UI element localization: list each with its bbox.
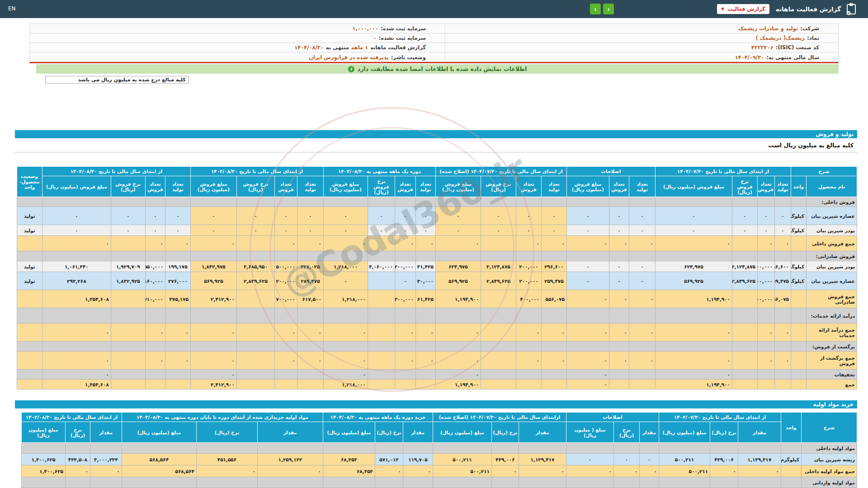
table-subtitle: کلیه مبالغ به میلیون ریال است bbox=[15, 138, 857, 153]
header-cell: مبلغ فروش (میلیون ریال) bbox=[190, 176, 236, 197]
value-cell bbox=[732, 290, 758, 308]
language-toggle-en[interactable]: EN bbox=[8, 5, 16, 12]
unit-cell: کیلوگرم bbox=[791, 272, 807, 290]
value-cell bbox=[403, 477, 433, 488]
prev-report-button[interactable]: ‹ bbox=[603, 4, 614, 14]
value-cell: ۲۹۶,۶۰۰ bbox=[775, 261, 791, 272]
row-label-cell: جمع برگشت از فروش bbox=[807, 352, 857, 370]
info-value: ۱۴۰۴/۰۹/۳۰ bbox=[735, 54, 764, 61]
raw-materials-section: شرحواحداز ابتدای سال مالی تا تاریخ ۱۴۰۴/… bbox=[15, 412, 857, 488]
value-cell bbox=[481, 236, 516, 251]
page: { "topbar": { "en": "EN", "title": "گزار… bbox=[0, 0, 868, 488]
value-cell: ۰ bbox=[541, 225, 566, 236]
value-cell bbox=[481, 251, 516, 261]
header-cell: تعداد تولید bbox=[629, 176, 655, 197]
value-cell: ۰ bbox=[516, 207, 541, 225]
value-cell bbox=[738, 477, 781, 488]
info-label: شرکت: bbox=[800, 25, 819, 32]
unit-cell bbox=[781, 477, 802, 488]
value-cell: ۰ bbox=[297, 324, 323, 342]
value-cell bbox=[165, 342, 190, 352]
value-cell bbox=[609, 197, 629, 207]
production-sales-table: شرحاز ابتدای سال مالی تا تاریخ ۱۴۰۴/۰۷/۳… bbox=[17, 166, 857, 389]
row-label-cell: پودر شیرین بیان bbox=[807, 261, 857, 272]
value-cell: ۰ bbox=[190, 370, 236, 380]
value-cell: ۳۰,۰۰۰ bbox=[415, 272, 435, 290]
value-cell: ۲۸۹,۴۷۵ bbox=[297, 272, 323, 290]
unit-cell bbox=[791, 352, 807, 370]
header-cell: مبلغ ( میلیون ریال) bbox=[566, 422, 613, 443]
header-cell: تعداد تولید bbox=[415, 176, 435, 197]
value-cell bbox=[111, 352, 145, 370]
row-label-cell: جمع درآمد ارائه خدمات bbox=[807, 324, 857, 342]
header-cell: مبلغ (میلیون ریال) bbox=[21, 422, 65, 443]
dropdown-label: گزارش فعالیت bbox=[727, 6, 765, 12]
table-row: درآمد ارائه خدمات: bbox=[17, 308, 857, 324]
value-cell: ۰ bbox=[566, 454, 613, 465]
value-cell bbox=[541, 197, 566, 207]
value-cell: ۰ bbox=[629, 352, 655, 370]
value-cell: ۵۵۶,۰۷۵ bbox=[541, 290, 566, 308]
value-cell bbox=[732, 380, 758, 389]
value-cell bbox=[274, 308, 297, 324]
header-cell: نرخ (ریال) bbox=[710, 422, 738, 443]
report-nav: ‹ › bbox=[590, 4, 614, 14]
header-cell: مقدار bbox=[640, 422, 659, 443]
clipboard-report-icon bbox=[845, 3, 857, 15]
value-cell bbox=[614, 443, 640, 454]
value-cell bbox=[775, 251, 791, 261]
value-cell bbox=[732, 197, 758, 207]
unit-cell bbox=[791, 308, 807, 324]
value-cell bbox=[111, 342, 145, 352]
value-cell: ۱,۳۰۰,۶۲۵ bbox=[21, 454, 65, 465]
value-cell bbox=[491, 477, 519, 488]
value-cell: ۰ bbox=[415, 324, 435, 342]
value-cell: ۰ bbox=[297, 207, 323, 225]
value-cell bbox=[111, 236, 145, 251]
value-cell: ۰ bbox=[375, 465, 403, 477]
value-cell bbox=[368, 352, 395, 370]
info-row: سال مالی منتهی به:۱۴۰۴/۰۹/۳۰ bbox=[445, 52, 838, 62]
value-cell: ۰ bbox=[629, 290, 655, 308]
value-cell: ۰ bbox=[236, 207, 274, 225]
value-cell: ۰ bbox=[566, 225, 609, 236]
value-cell: ۵۰۰,۲۱۱ bbox=[433, 454, 491, 465]
value-cell: ۰ bbox=[190, 207, 236, 225]
unit-cell bbox=[791, 342, 807, 352]
value-cell: ۰ bbox=[566, 370, 609, 380]
value-cell: ۰ bbox=[566, 324, 609, 342]
table-row: جمع درآمد ارائه خدمات۰۰۰۰۰۰۰۰۰۰۰۰۰۰۰۰۰۰ bbox=[17, 324, 857, 342]
value-cell: ۰ bbox=[323, 370, 368, 380]
value-cell bbox=[566, 251, 609, 261]
value-cell: ۴۳۹,۰۰۶ bbox=[710, 454, 738, 465]
value-cell: ۰ bbox=[519, 465, 566, 477]
unit-cell bbox=[791, 290, 807, 308]
value-cell bbox=[323, 443, 375, 454]
row-label-cell: تخفیفات bbox=[807, 370, 857, 380]
value-cell bbox=[236, 342, 274, 352]
value-cell bbox=[541, 380, 566, 389]
value-cell: ۲,۸۴۹,۶۲۵ bbox=[732, 272, 758, 290]
value-cell bbox=[165, 251, 190, 261]
value-cell: ۶۱,۴۲۵ bbox=[415, 290, 435, 308]
banner-text: اطلاعات نمایش داده شده با اطلاعات امضا ش… bbox=[358, 66, 527, 72]
header-cell: مبلغ (میلیون ریال) bbox=[323, 422, 375, 443]
value-cell: ۰ bbox=[165, 352, 190, 370]
raw-materials-table: شرحواحداز ابتدای سال مالی تا تاریخ ۱۴۰۴/… bbox=[21, 412, 857, 488]
header-cell: تعداد فروش bbox=[395, 176, 415, 197]
value-cell bbox=[655, 197, 732, 207]
value-cell bbox=[732, 308, 758, 324]
value-cell bbox=[165, 308, 190, 324]
value-cell: ۷۱۰,۰۰۰ bbox=[145, 290, 165, 308]
value-cell bbox=[165, 380, 190, 389]
row-label-cell: مواد اولیه داخلی bbox=[802, 443, 857, 454]
value-cell: ۰ bbox=[629, 272, 655, 290]
value-cell bbox=[732, 251, 758, 261]
production-sales-section: شرحاز ابتدای سال مالی تا تاریخ ۱۴۰۴/۰۷/۳… bbox=[15, 166, 857, 389]
info-icon: i bbox=[348, 66, 354, 72]
value-cell bbox=[274, 197, 297, 207]
next-report-button[interactable]: › bbox=[590, 4, 601, 14]
value-cell bbox=[297, 251, 323, 261]
value-cell bbox=[541, 308, 566, 324]
report-type-dropdown[interactable]: گزارش فعالیت ▼ bbox=[717, 4, 769, 14]
